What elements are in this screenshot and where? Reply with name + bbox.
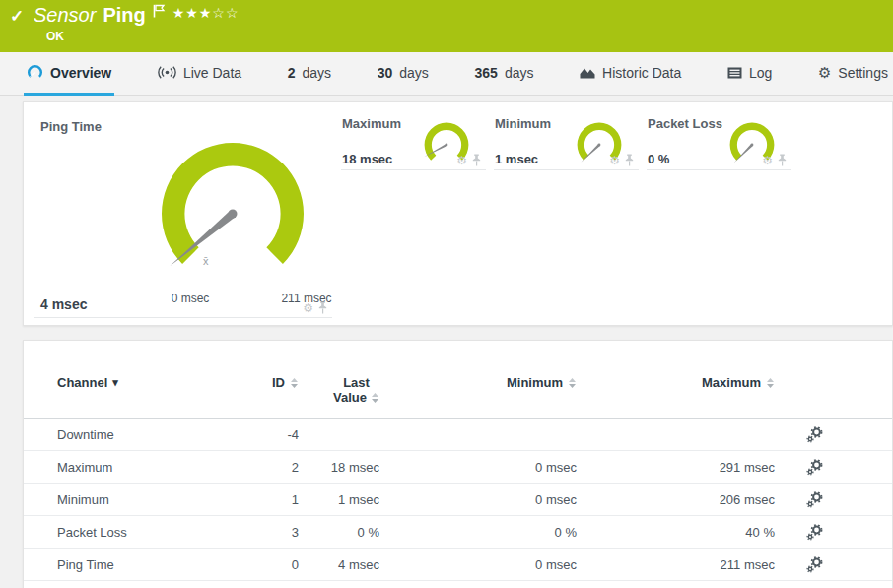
sort-icon: [766, 377, 775, 389]
pin-icon[interactable]: [471, 154, 482, 166]
channel-settings-icon[interactable]: [806, 426, 823, 443]
id-header-label: ID: [272, 375, 285, 390]
tab-2-days[interactable]: 2 days: [285, 52, 334, 96]
channel-id: 2: [230, 460, 299, 475]
ping-time-gauge-block: Ping Time x̄ 0 msec 211 msec 4 msec ⚙: [34, 111, 332, 318]
pin-icon[interactable]: [317, 301, 328, 314]
channel-id: 0: [230, 557, 299, 572]
sort-icon: [290, 377, 299, 389]
channel-id: 1: [230, 492, 299, 507]
column-header-minimum[interactable]: Minimum: [379, 375, 577, 390]
table-row-downtime[interactable]: Downtime -4: [24, 419, 892, 451]
tab-2-days-label: days: [303, 65, 332, 81]
channel-table-panel: Channel ▾ ID Last Value: [23, 340, 893, 588]
packet-loss-gauge-block: Packet Loss 0 % ⚙: [647, 111, 791, 170]
sensor-header-bar: ✓ Sensor Ping ★★★☆☆ OK: [0, 0, 893, 52]
channel-table: Channel ▾ ID Last Value: [24, 373, 892, 581]
gauge-settings-gear-icon[interactable]: ⚙: [762, 155, 773, 166]
tab-log[interactable]: Log: [724, 52, 775, 96]
gear-icon: ⚙: [818, 65, 831, 80]
column-header-last-value[interactable]: Last Value: [299, 375, 379, 405]
status-badge: OK: [46, 30, 64, 43]
channel-last-value: 1 msec: [299, 492, 379, 507]
tab-live-data[interactable]: Live Data: [155, 52, 244, 96]
maximum-header-label: Maximum: [702, 375, 761, 390]
priority-stars[interactable]: ★★★☆☆: [172, 5, 240, 21]
column-header-channel[interactable]: Channel ▾: [57, 375, 230, 390]
gauges-panel: Ping Time x̄ 0 msec 211 msec 4 msec ⚙ Ma…: [23, 101, 893, 326]
tab-historic-data[interactable]: Historic Data: [577, 52, 684, 96]
channel-name: Downtime: [57, 427, 230, 442]
gauge-min-label: 0 msec: [160, 292, 221, 305]
tab-365-days[interactable]: 365 days: [472, 52, 537, 96]
channel-header-label: Channel: [57, 375, 107, 390]
flag-icon[interactable]: [153, 0, 166, 23]
channel-maximum: 211 msec: [577, 557, 775, 572]
sensor-word: Sensor: [34, 4, 96, 27]
gauge-icon: [27, 65, 43, 81]
channel-name: Minimum: [57, 492, 230, 507]
ping-time-value: 4 msec: [40, 296, 87, 312]
tab-30-days-label: days: [399, 65, 429, 81]
tab-historic-data-label: Historic Data: [602, 65, 681, 81]
table-row-maximum[interactable]: Maximum 2 18 msec 0 msec 291 msec: [24, 451, 892, 484]
channel-minimum: 0 msec: [379, 557, 577, 572]
tab-log-label: Log: [749, 65, 772, 81]
last-value-header-line2: Value: [333, 390, 367, 405]
tab-overview[interactable]: Overview: [24, 52, 114, 96]
channel-id: 3: [230, 525, 299, 540]
sensor-name: Ping: [103, 4, 145, 27]
channel-minimum: 0 msec: [379, 460, 577, 475]
tab-settings-label: Settings: [838, 65, 888, 81]
gauge-settings-gear-icon[interactable]: ⚙: [456, 155, 467, 166]
tab-bar: Overview Live Data 2 days 30 days 365 da…: [0, 52, 893, 96]
pin-icon[interactable]: [624, 154, 635, 166]
log-icon: [727, 67, 742, 79]
ping-time-title: Ping Time: [40, 119, 102, 134]
ping-time-gauge: [144, 125, 321, 302]
channel-last-value: 0 %: [299, 525, 379, 540]
tab-30-days[interactable]: 30 days: [375, 52, 432, 96]
maximum-gauge-block: Maximum 18 msec ⚙: [341, 111, 486, 170]
channel-maximum: 291 msec: [577, 460, 775, 475]
minimum-header-label: Minimum: [507, 375, 563, 390]
tab-live-data-label: Live Data: [183, 65, 241, 81]
pin-icon[interactable]: [777, 154, 788, 166]
sort-caret-icon: ▾: [112, 375, 118, 390]
channel-maximum: 40 %: [577, 525, 775, 540]
table-row-ping-time[interactable]: Ping Time 0 4 msec 0 msec 211 msec: [24, 549, 892, 581]
sort-icon: [371, 392, 379, 404]
tab-overview-label: Overview: [50, 65, 111, 81]
column-header-id[interactable]: ID: [230, 375, 299, 390]
channel-settings-icon[interactable]: [806, 491, 823, 508]
tab-settings[interactable]: ⚙ Settings: [815, 52, 891, 96]
packet-loss-title: Packet Loss: [648, 116, 722, 131]
channel-settings-icon[interactable]: [806, 524, 823, 541]
last-value-header-line1: Last: [333, 375, 379, 390]
table-row-minimum[interactable]: Minimum 1 1 msec 0 msec 206 msec: [24, 484, 892, 516]
channel-minimum: 0 %: [379, 525, 577, 540]
table-row-packet-loss[interactable]: Packet Loss 3 0 % 0 % 40 %: [24, 516, 892, 549]
minimum-title: Minimum: [495, 116, 551, 131]
gauge-settings-gear-icon[interactable]: ⚙: [303, 302, 313, 314]
channel-maximum: 206 msec: [577, 492, 775, 507]
broadcast-icon: [158, 66, 176, 79]
tab-365-days-number: 365: [475, 65, 498, 81]
column-header-maximum[interactable]: Maximum: [577, 375, 775, 390]
tab-2-days-number: 2: [288, 65, 296, 81]
packet-loss-value: 0 %: [648, 152, 669, 166]
table-header-row: Channel ▾ ID Last Value: [24, 373, 892, 419]
channel-last-value: 4 msec: [299, 557, 379, 572]
channel-name: Ping Time: [57, 557, 230, 572]
page-title: Sensor Ping ★★★☆☆: [34, 4, 239, 27]
mean-marker: x̄: [203, 255, 209, 267]
tab-365-days-label: days: [505, 65, 534, 81]
channel-settings-icon[interactable]: [806, 459, 823, 476]
channel-name: Packet Loss: [57, 525, 230, 540]
tab-30-days-number: 30: [378, 65, 393, 81]
channel-settings-icon[interactable]: [806, 556, 823, 573]
channel-last-value: 18 msec: [299, 460, 379, 475]
channel-minimum: 0 msec: [379, 492, 577, 507]
gauge-settings-gear-icon[interactable]: ⚙: [609, 155, 620, 166]
maximum-value: 18 msec: [342, 152, 392, 166]
